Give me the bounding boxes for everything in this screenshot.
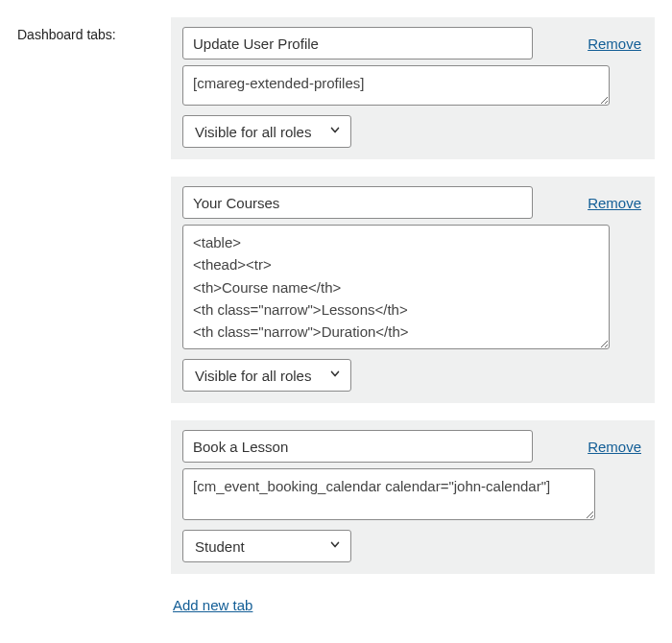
tab-block: Remove Student <box>171 420 655 574</box>
role-select[interactable]: Visible for all roles <box>182 115 351 148</box>
tab-title-input[interactable] <box>182 430 533 463</box>
field-label: Dashboard tabs: <box>17 17 171 42</box>
remove-link[interactable]: Remove <box>588 36 643 52</box>
remove-link[interactable]: Remove <box>588 439 643 455</box>
role-select-value: Visible for all roles <box>195 368 311 384</box>
add-new-tab-link[interactable]: Add new tab <box>173 597 252 613</box>
tab-title-input[interactable] <box>182 186 533 219</box>
tab-title-input[interactable] <box>182 27 533 60</box>
tab-content-textarea[interactable] <box>182 225 610 349</box>
remove-link[interactable]: Remove <box>588 195 643 211</box>
role-select[interactable]: Student <box>182 530 351 562</box>
tab-block: Remove Visible for all roles <box>171 177 655 403</box>
role-select[interactable]: Visible for all roles <box>182 359 351 392</box>
tab-content-textarea[interactable] <box>182 65 610 106</box>
role-select-value: Visible for all roles <box>195 124 311 140</box>
role-select-value: Student <box>195 538 245 555</box>
tab-content-textarea[interactable] <box>182 468 595 520</box>
tab-block: Remove Visible for all roles <box>171 17 655 159</box>
